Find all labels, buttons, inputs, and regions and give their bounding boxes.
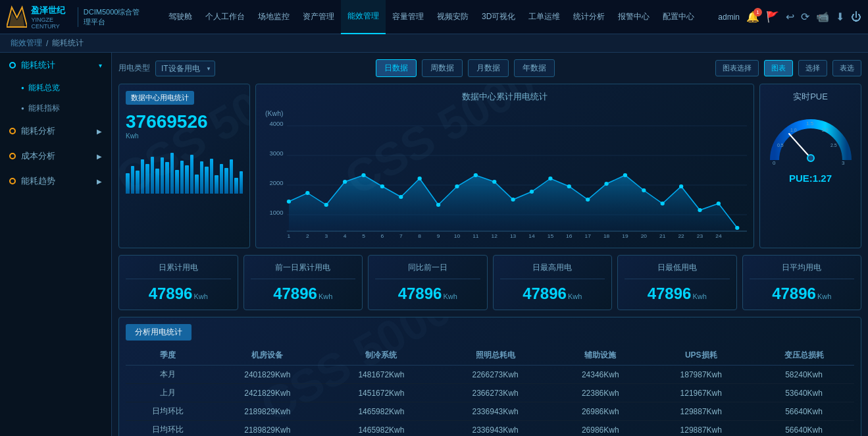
chart-btn[interactable]: 图表 xyxy=(764,60,793,76)
svg-marker-1 xyxy=(9,12,25,26)
sidebar-item-energy-stats[interactable]: 能耗统计 ▾ xyxy=(0,53,111,78)
row1-val0: 2421829Kwh xyxy=(211,384,324,402)
stat-unit-max: Kwh xyxy=(568,292,582,300)
table-row-2: 日均环比 2189829Kwh 1465982Kwh 2336943Kwh 26… xyxy=(126,402,854,421)
notification-bell[interactable]: 🔔 1 xyxy=(746,11,759,23)
analysis-tab-btn[interactable]: 分析用电统计 xyxy=(126,324,191,341)
row2-val1: 1465982Kwh xyxy=(324,402,438,421)
svg-point-30 xyxy=(623,173,627,177)
svg-text:23: 23 xyxy=(697,233,703,238)
svg-text:1: 1 xyxy=(288,233,291,238)
table-select-btn[interactable]: 表选 xyxy=(832,60,861,76)
nav-item-config[interactable]: 配置中心 xyxy=(656,0,701,34)
row2-val3: 26986Kwh xyxy=(552,402,648,421)
main-chart-svg: (Kwh) 4000 3000 2000 1000 xyxy=(263,106,747,238)
nav-item-workorder[interactable]: 工单运维 xyxy=(522,0,567,34)
svg-text:4: 4 xyxy=(344,233,347,238)
energy-type-select[interactable]: IT设备用电 制冷系统 照明用电 辅助设备 UPS损耗 xyxy=(155,61,215,76)
svg-text:1.5: 1.5 xyxy=(806,121,814,126)
energy-type-select-wrapper[interactable]: IT设备用电 制冷系统 照明用电 辅助设备 UPS损耗 ▼ xyxy=(155,61,215,76)
svg-text:7: 7 xyxy=(399,233,403,238)
row0-val2: 2266273Kwh xyxy=(438,366,552,384)
nav-item-assets[interactable]: 资产管理 xyxy=(296,0,341,34)
download-icon[interactable]: ⬇ xyxy=(836,11,844,23)
nav-item-capacity[interactable]: 容量管理 xyxy=(386,0,430,34)
svg-text:(Kwh): (Kwh) xyxy=(265,110,283,117)
chart-type-select-btn[interactable]: 图表选择 xyxy=(715,60,759,76)
stat-unit-daily: Kwh xyxy=(193,292,207,300)
username: admin xyxy=(718,13,740,22)
svg-text:22: 22 xyxy=(678,233,684,238)
nav-item-security[interactable]: 视频安防 xyxy=(430,0,475,34)
stat-card-min: 日最低用电 47896 Kwh xyxy=(617,255,737,310)
svg-text:24: 24 xyxy=(715,233,722,238)
svg-point-24 xyxy=(511,198,515,202)
tab-month[interactable]: 月数据 xyxy=(468,59,509,77)
svg-text:0.5: 0.5 xyxy=(777,143,784,148)
nav-item-energy[interactable]: 能效管理 xyxy=(341,0,386,34)
svg-point-36 xyxy=(735,226,739,230)
nav-item-3d[interactable]: 3D可视化 xyxy=(475,0,522,34)
flag-icon[interactable]: 🚩 xyxy=(766,11,779,23)
stat-value-max: 47896 xyxy=(523,285,567,303)
sidebar-item-energy-analysis[interactable]: 能耗分析 ▶ xyxy=(0,119,111,144)
stat-value-daily: 47896 xyxy=(149,285,193,303)
mini-bar-chart xyxy=(126,148,243,194)
nav-item-stats[interactable]: 统计分析 xyxy=(567,0,611,34)
power-icon[interactable]: ⏻ xyxy=(851,11,861,23)
row2-val4: 129887Kwh xyxy=(648,402,753,421)
sidebar-item-cost-analysis[interactable]: 成本分析 ▶ xyxy=(0,144,111,169)
svg-text:11: 11 xyxy=(472,233,479,238)
row2-label: 日均环比 xyxy=(126,402,211,421)
table-row-3: 日均环比 2189829Kwh 1465982Kwh 2336943Kwh 26… xyxy=(126,421,854,437)
stats-row: 日累计用电 47896 Kwh 前一日累计用电 47896 Kwh 同比前一日 … xyxy=(118,255,861,310)
refresh-icon[interactable]: ⟳ xyxy=(801,11,809,23)
row1-val2: 2366273Kwh xyxy=(438,384,552,402)
svg-point-28 xyxy=(586,198,590,202)
svg-text:20: 20 xyxy=(641,233,648,238)
sidebar-item-energy-trend[interactable]: 能耗趋势 ▶ xyxy=(0,169,111,194)
stat-title-yoy: 同比前一日 xyxy=(375,262,480,279)
row1-val3: 22386Kwh xyxy=(552,384,648,402)
svg-point-27 xyxy=(567,184,571,188)
energy-type-label: 用电类型 xyxy=(118,63,150,74)
tab-day[interactable]: 日数据 xyxy=(376,59,417,77)
unit-label: Kwh xyxy=(126,132,243,140)
row1-val1: 1451672Kwh xyxy=(324,384,438,402)
svg-line-68 xyxy=(789,134,811,158)
bottom-table-section: CSS 5000 分析用电统计 季度 机房设备 制冷系统 照明总耗电 辅助设施 … xyxy=(118,317,861,436)
svg-point-32 xyxy=(661,202,665,205)
row2-val2: 2336943Kwh xyxy=(438,402,552,421)
nav-item-monitor[interactable]: 场地监控 xyxy=(251,0,296,34)
nav-item-cockpit[interactable]: 驾驶舱 xyxy=(162,0,199,34)
tab-week[interactable]: 周数据 xyxy=(422,59,463,77)
logo-text: 盈泽世纪 xyxy=(31,5,72,16)
select-btn[interactable]: 选择 xyxy=(798,60,827,76)
stat-card-max: 日最高用电 47896 Kwh xyxy=(493,255,613,310)
badge: 1 xyxy=(753,8,762,16)
nav-item-workbench[interactable]: 个人工作台 xyxy=(199,0,251,34)
row3-val2: 2336943Kwh xyxy=(438,421,552,437)
history-icon[interactable]: ↩ xyxy=(786,11,794,23)
stat-unit-min: Kwh xyxy=(692,292,706,300)
svg-point-29 xyxy=(604,182,608,186)
svg-text:1000: 1000 xyxy=(270,209,284,216)
breadcrumb-root[interactable]: 能效管理 xyxy=(11,38,42,49)
sidebar-sub-energy-overview[interactable]: ● 能耗总览 xyxy=(0,78,111,98)
camera-icon[interactable]: 📹 xyxy=(816,11,829,23)
row1-val5: 53640Kwh xyxy=(753,384,854,402)
stat-unit-prev-day: Kwh xyxy=(319,292,332,300)
svg-text:2: 2 xyxy=(306,233,309,238)
nav-item-alarm[interactable]: 报警中心 xyxy=(611,0,656,34)
svg-text:10: 10 xyxy=(454,233,461,238)
chart-title: 数据中心累计用电统计 xyxy=(263,91,747,103)
row1-label: 上月 xyxy=(126,384,211,402)
svg-text:12: 12 xyxy=(492,233,498,238)
stat-card-prev-day: 前一日累计用电 47896 Kwh xyxy=(243,255,363,310)
row3-val5: 56640Kwh xyxy=(753,421,854,437)
svg-text:14: 14 xyxy=(528,233,535,238)
tab-year[interactable]: 年数据 xyxy=(514,59,555,77)
row0-val5: 58240Kwh xyxy=(753,366,854,384)
panel-title-badge: 数据中心用电统计 xyxy=(126,91,194,105)
sidebar-sub-energy-index[interactable]: ● 能耗指标 xyxy=(0,98,111,119)
